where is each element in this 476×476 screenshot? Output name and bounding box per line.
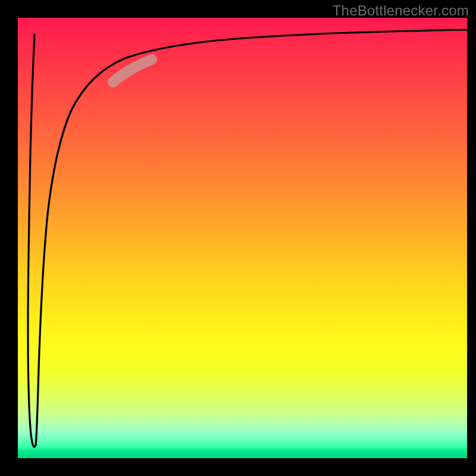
- chart-frame: TheBottlenecker.com: [0, 0, 476, 476]
- watermark-label: TheBottlenecker.com: [333, 2, 469, 19]
- plot-area: [18, 18, 467, 458]
